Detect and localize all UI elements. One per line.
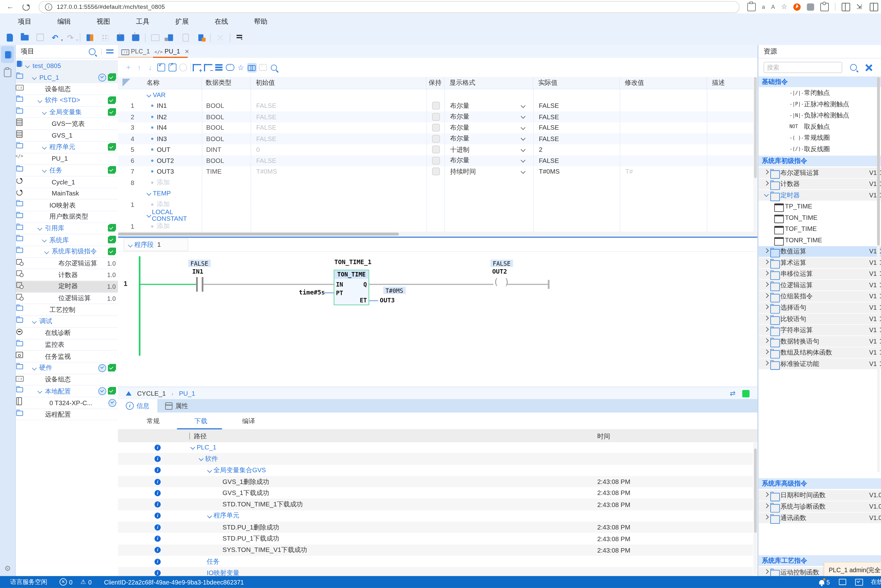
format-dropdown[interactable]: 十进制	[445, 144, 534, 155]
undo-icon[interactable]: ↶▾	[49, 32, 61, 43]
log-row[interactable]: i STD.PU_1删除成功 2:43:08 PM	[118, 522, 753, 533]
contact-icon[interactable]	[196, 277, 197, 292]
move-up-icon[interactable]: ↑	[135, 63, 144, 72]
grid-vertical-scrollbar[interactable]	[754, 77, 757, 231]
variable-row[interactable]: LOCAL CONSTANT	[118, 210, 757, 221]
chevron-right-icon[interactable]	[763, 338, 770, 345]
tree-item[interactable]: 位逻辑运算 1.0	[16, 292, 118, 304]
upload-from-device-icon[interactable]	[130, 32, 141, 43]
variable-name[interactable]: IN1	[157, 102, 167, 109]
site-info-icon[interactable]: i	[45, 3, 52, 10]
description-cell[interactable]	[707, 155, 757, 166]
variable-type[interactable]	[202, 177, 252, 188]
contact-icon[interactable]	[202, 277, 203, 292]
variable-type[interactable]: BOOL	[202, 122, 252, 133]
description-cell[interactable]	[707, 122, 757, 133]
project-rail-tab[interactable]	[1, 46, 14, 63]
errors-icon[interactable]: ✕	[60, 579, 67, 586]
variable-init[interactable]: FALSE	[251, 155, 427, 166]
variable-name[interactable]: 添加	[157, 178, 170, 187]
favorite-star-icon[interactable]: ☆	[781, 3, 787, 10]
close-icon[interactable]: ✕	[185, 48, 189, 54]
library-item[interactable]: 系统与诊断函数 V1.0	[759, 501, 881, 512]
variable-type[interactable]: BOOL	[202, 133, 252, 144]
library-item[interactable]: 日期和时间函数 V1.0	[759, 490, 881, 500]
chevron-down-icon[interactable]	[37, 388, 43, 394]
chevron-down-icon[interactable]	[51, 272, 57, 278]
variable-name[interactable]: OUT2	[157, 157, 174, 164]
start-device-icon[interactable]	[195, 32, 207, 43]
chevron-right-icon[interactable]	[763, 514, 770, 521]
compile-blocks-icon[interactable]	[84, 32, 96, 43]
library-item[interactable]: TP_TIME	[759, 201, 881, 212]
chevron-right-icon[interactable]	[763, 181, 770, 187]
col-format[interactable]: 显示格式	[444, 77, 533, 88]
hold-checkbox[interactable]	[432, 102, 439, 110]
simulation-icon[interactable]	[150, 32, 161, 43]
hold-checkbox[interactable]	[432, 168, 439, 176]
format-dropdown[interactable]	[445, 210, 534, 221]
modify-value[interactable]	[620, 90, 707, 100]
chevron-down-icon[interactable]	[521, 114, 525, 118]
log-scrollbar[interactable]	[754, 442, 757, 575]
variable-type[interactable]: BOOL	[202, 100, 252, 111]
resources-scrollbar[interactable]	[877, 76, 880, 472]
variable-type[interactable]: BOOL	[202, 155, 252, 166]
variable-row[interactable]: 1 IN1 BOOL FALSE 布尔量 FALSE	[118, 100, 757, 111]
variable-row[interactable]: 8 添加	[118, 177, 757, 188]
format-dropdown[interactable]	[445, 199, 534, 210]
chevron-down-icon[interactable]	[44, 248, 51, 255]
library-item[interactable]: 位逻辑运算 V1.0	[759, 280, 881, 290]
tree-item[interactable]: 本地配置	[16, 386, 118, 397]
chevron-down-icon[interactable]	[25, 62, 31, 69]
modify-value[interactable]: T#	[620, 166, 707, 177]
copilot-icon[interactable]	[870, 3, 878, 11]
tools-icon[interactable]	[865, 64, 872, 71]
variable-type[interactable]	[202, 210, 252, 221]
add-variable-icon[interactable]: ＋	[124, 63, 133, 72]
chevron-down-icon[interactable]	[207, 512, 213, 519]
warnings-icon[interactable]: ⚠	[80, 579, 86, 586]
pt-input-value[interactable]: time#5s	[299, 289, 325, 296]
read-aloud-icon[interactable]: A	[771, 3, 775, 10]
breadcrumb-pu[interactable]: PU_1	[179, 390, 195, 397]
variable-type[interactable]: BOOL	[202, 111, 252, 122]
block-instance-name[interactable]: TON_TIME_1	[334, 258, 372, 266]
chevron-down-icon[interactable]	[37, 330, 43, 336]
clipboard-rail-tab[interactable]	[1, 64, 14, 81]
library-item[interactable]: 比较语句 V1.0	[759, 314, 881, 324]
chevron-right-icon[interactable]	[763, 569, 770, 576]
variable-type[interactable]	[202, 221, 252, 232]
variable-name[interactable]: IN3	[157, 135, 167, 142]
chevron-down-icon[interactable]	[51, 283, 57, 290]
description-cell[interactable]	[707, 166, 757, 177]
contact-name[interactable]: IN1	[192, 268, 203, 276]
library-item[interactable]: 串移位运算 V1.0	[759, 268, 881, 279]
variable-init[interactable]	[251, 210, 427, 221]
chevron-down-icon[interactable]	[37, 86, 43, 92]
menu-item[interactable]: 扩展	[167, 17, 196, 26]
move-down-icon[interactable]: ↓	[145, 63, 155, 72]
chevron-down-icon[interactable]	[44, 190, 51, 197]
col-datatype[interactable]: 数据类型	[202, 77, 251, 88]
extension-gray-icon[interactable]	[807, 3, 814, 10]
menu-item[interactable]: 帮助	[246, 17, 275, 26]
library-item[interactable]: TOF_TIME	[759, 224, 881, 234]
address-bar[interactable]: i 127.0.0.1:5556/#default:/mch/test_0805	[39, 1, 740, 13]
settings-gear-icon[interactable]: ⚙	[0, 564, 15, 573]
menu-item[interactable]: 编辑	[49, 17, 78, 26]
ladder-canvas[interactable]: 1 FALSE IN1 TON_TIME_1 TON_TIME IN Q PT …	[118, 252, 757, 386]
compare-icon[interactable]: ⤫	[215, 32, 226, 43]
subtab-compile[interactable]: 编译	[225, 417, 273, 425]
scrollbar-thumb[interactable]	[877, 77, 880, 246]
variable-row[interactable]: 1 添加	[118, 199, 757, 210]
chevron-down-icon[interactable]	[41, 109, 48, 116]
swap-icon[interactable]: ⇄	[730, 389, 736, 397]
tree-item[interactable]: 调试	[16, 316, 118, 328]
network-header[interactable]: 程序段 1	[124, 238, 189, 251]
log-row[interactable]: i 程序单元	[118, 510, 753, 522]
log-row[interactable]: i GVS_1下载成功 2:43:08 PM	[118, 488, 753, 499]
tree-item[interactable]: 任务	[16, 165, 118, 177]
translate-icon[interactable]: a	[762, 3, 765, 10]
coil-icon[interactable]: ( )	[493, 276, 509, 287]
